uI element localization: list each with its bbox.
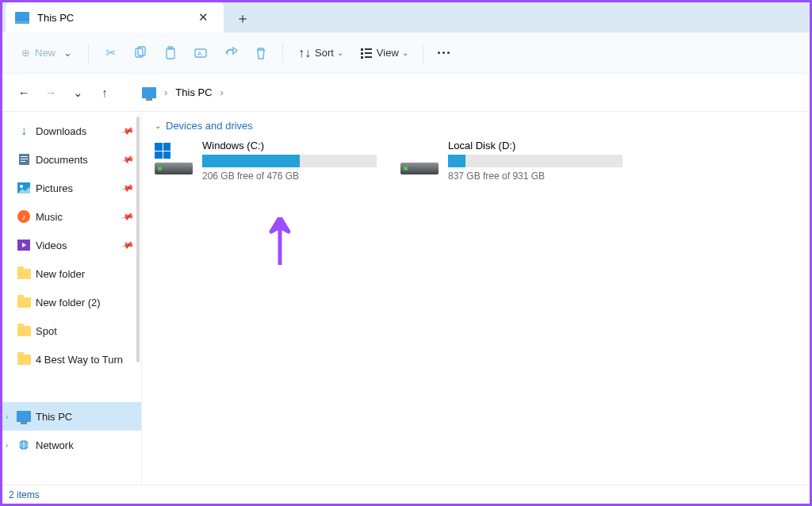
view-icon — [359, 46, 373, 60]
more-button[interactable] — [431, 39, 456, 67]
svg-rect-7 — [365, 48, 372, 50]
separator — [88, 44, 89, 63]
up-button[interactable]: ↑ — [91, 79, 118, 106]
scrollbar[interactable] — [136, 117, 140, 362]
pin-icon: 📌 — [121, 181, 136, 195]
svg-rect-9 — [365, 52, 372, 54]
pin-icon: 📌 — [121, 152, 136, 167]
drive-usage-fill — [202, 155, 300, 167]
copy-button[interactable] — [127, 39, 154, 67]
new-button[interactable]: ⊕ New ⌄ — [13, 39, 80, 67]
sidebar-item-downloads[interactable]: ↓ Downloads 📌 — [2, 117, 141, 145]
view-label: View — [377, 47, 399, 59]
share-icon — [224, 46, 238, 60]
sidebar-label: New folder — [36, 268, 85, 280]
pin-icon: 📌 — [121, 209, 136, 224]
sidebar-item-folder[interactable]: Spot — [2, 316, 141, 345]
drive-usage-bar — [448, 155, 622, 167]
sort-icon: ↑↓ — [297, 46, 312, 60]
sidebar-item-documents[interactable]: Documents 📌 — [2, 145, 141, 174]
download-icon: ↓ — [17, 125, 31, 137]
sidebar-item-pictures[interactable]: Pictures 📌 — [2, 174, 141, 202]
drive-free-text: 206 GB free of 476 GB — [202, 171, 377, 182]
picture-icon — [17, 182, 31, 194]
sidebar-item-folder[interactable]: 4 Best Way to Turn — [2, 345, 141, 374]
copy-icon — [133, 46, 147, 60]
video-icon — [17, 239, 31, 251]
network-icon — [17, 439, 31, 451]
drive-usage-bar — [202, 155, 377, 167]
tab-this-pc[interactable]: This PC ✕ — [6, 2, 224, 33]
sort-button[interactable]: ↑↓ Sort ⌄ — [291, 39, 350, 67]
breadcrumb[interactable]: › This PC › — [142, 86, 224, 98]
sort-label: Sort — [315, 47, 334, 59]
pc-icon — [17, 410, 31, 423]
chevron-down-icon: ⌄ — [155, 121, 161, 130]
svg-rect-8 — [361, 52, 363, 55]
share-button[interactable] — [217, 39, 244, 67]
address-bar: ← → ⌄ ↑ › This PC › — [2, 74, 810, 112]
chevron-right-icon: › — [164, 86, 167, 98]
drive-free-text: 837 GB free of 931 GB — [448, 171, 622, 182]
rename-button[interactable]: A — [187, 39, 214, 67]
chevron-down-icon: ⌄ — [402, 48, 408, 57]
sidebar-label: Documents — [36, 154, 88, 166]
delete-button[interactable] — [247, 39, 274, 67]
drives-list: Windows (C:) 206 GB free of 476 GB Local… — [155, 140, 797, 182]
scissors-icon: ✂ — [103, 46, 117, 60]
sidebar-label: Videos — [36, 240, 67, 251]
sidebar-label: Downloads — [36, 125, 86, 137]
recent-button[interactable]: ⌄ — [64, 79, 91, 106]
section-devices-drives[interactable]: ⌄ Devices and drives — [155, 120, 797, 132]
drive-name: Local Disk (D:) — [448, 140, 622, 151]
folder-icon — [17, 353, 31, 366]
drive-info: Local Disk (D:) 837 GB free of 931 GB — [448, 140, 622, 182]
sidebar-item-this-pc[interactable]: › This PC — [2, 402, 141, 431]
close-tab-button[interactable]: ✕ — [192, 6, 214, 29]
sidebar-item-folder[interactable]: New folder — [2, 259, 141, 288]
sidebar-item-network[interactable]: › Network — [2, 431, 141, 459]
clipboard-icon — [163, 46, 178, 60]
tab-bar: This PC ✕ ＋ — [2, 2, 810, 33]
drive-c[interactable]: Windows (C:) 206 GB free of 476 GB — [155, 140, 377, 182]
sidebar-item-folder[interactable]: New folder (2) — [2, 288, 141, 316]
drive-d[interactable]: Local Disk (D:) 837 GB free of 931 GB — [400, 140, 622, 182]
drive-name: Windows (C:) — [202, 140, 377, 151]
chevron-down-icon: ⌄ — [63, 47, 72, 59]
sidebar: ↓ Downloads 📌 Documents 📌 Pictures 📌 ♪ M… — [2, 112, 141, 485]
svg-text:A: A — [197, 50, 202, 57]
paste-button[interactable] — [157, 39, 184, 67]
sidebar-item-videos[interactable]: Videos 📌 — [2, 231, 141, 259]
breadcrumb-root[interactable]: This PC — [175, 86, 212, 98]
chevron-right-icon: › — [6, 441, 8, 450]
music-icon: ♪ — [17, 210, 31, 223]
tab-title: This PC — [37, 12, 184, 24]
drive-icon — [400, 143, 439, 174]
svg-rect-14 — [21, 159, 28, 159]
pin-icon: 📌 — [121, 238, 136, 252]
drive-info: Windows (C:) 206 GB free of 476 GB — [202, 140, 377, 182]
separator — [282, 44, 283, 63]
new-tab-button[interactable]: ＋ — [228, 4, 257, 33]
spacer — [2, 374, 141, 402]
pc-icon — [142, 87, 156, 98]
sidebar-label: Pictures — [36, 182, 73, 194]
new-button-label: New — [35, 47, 56, 59]
windows-badge-icon — [155, 143, 170, 159]
document-icon — [17, 153, 31, 166]
sidebar-item-music[interactable]: ♪ Music 📌 — [2, 202, 141, 231]
view-button[interactable]: View ⌄ — [353, 39, 415, 67]
forward-button[interactable]: → — [37, 79, 64, 106]
back-button[interactable]: ← — [10, 79, 37, 106]
svg-rect-10 — [361, 56, 363, 59]
chevron-right-icon: › — [220, 86, 224, 98]
content: ↓ Downloads 📌 Documents 📌 Pictures 📌 ♪ M… — [2, 112, 810, 485]
svg-rect-13 — [21, 156, 28, 157]
separator — [423, 44, 423, 63]
section-title: Devices and drives — [166, 120, 253, 132]
drive-usage-fill — [448, 155, 465, 167]
cut-button[interactable]: ✂ — [97, 39, 124, 67]
folder-icon — [17, 267, 31, 280]
svg-rect-15 — [21, 161, 25, 162]
chevron-right-icon: › — [6, 412, 8, 421]
